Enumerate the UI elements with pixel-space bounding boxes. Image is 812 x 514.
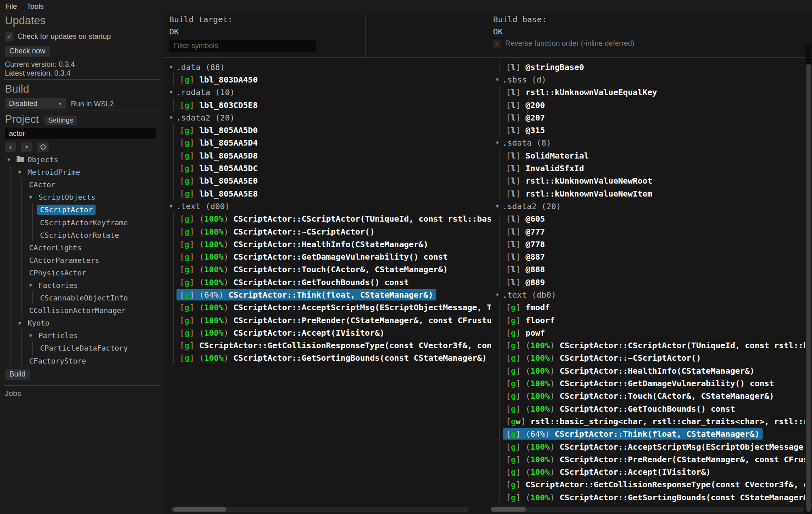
tree-item-CScannableObjectInfo[interactable]: CScannableObjectInfo xyxy=(0,292,164,304)
tree-item-CScriptActorRotate[interactable]: CScriptActorRotate xyxy=(0,229,164,241)
filter-symbols-input[interactable] xyxy=(169,40,316,52)
symbol-row[interactable]: [l] @777 xyxy=(491,225,805,238)
symbol-row[interactable]: [g] (100%) CScriptActor::CScriptActor(TU… xyxy=(164,213,491,225)
symbol-row[interactable]: [g] (100%) CScriptActor::AcceptScriptMsg… xyxy=(164,301,491,314)
symbol-row[interactable]: [g] (100%) CScriptActor::Accept(IVisitor… xyxy=(491,466,805,478)
build-button[interactable]: Build xyxy=(5,369,30,380)
collapse-arrow-icon[interactable]: ▼ xyxy=(18,320,28,326)
symbol-row[interactable]: [g] (100%) CScriptActor::GetSortingBound… xyxy=(491,491,805,503)
vertical-scrollbar[interactable] xyxy=(806,44,811,514)
tree-item-CScriptActor[interactable]: CScriptActor xyxy=(0,203,164,216)
symbol-row[interactable]: [g] lbl_805AA5E8 xyxy=(164,187,491,200)
symbol-row[interactable]: [g] (100%) CScriptActor::Touch(CActor&, … xyxy=(164,263,491,276)
symbol-row[interactable]: [l] @605 xyxy=(491,213,805,225)
symbol-row[interactable]: [l] @200 xyxy=(491,99,805,111)
symbol-row[interactable]: [g] (100%) CScriptActor::GetDamageVulner… xyxy=(164,250,491,263)
updates-checkbox[interactable]: ✓ Check for updates on startup xyxy=(5,32,111,41)
tree-item-Objects[interactable]: ▼Objects xyxy=(0,153,164,166)
symbol-row[interactable]: [l] InvalidSfxId xyxy=(491,162,805,174)
project-settings-button[interactable]: Settings xyxy=(45,116,77,125)
collapse-arrow-icon[interactable]: ▼ xyxy=(7,157,17,163)
section-header-.text[interactable]: ▼.text (d00) xyxy=(164,200,491,212)
symbol-row[interactable]: [l] @888 xyxy=(491,263,805,276)
locate-current-button[interactable] xyxy=(37,142,49,152)
target-hscrollbar-thumb[interactable] xyxy=(173,507,226,512)
symbol-row[interactable]: [g] (64%) CScriptActor::Think(float, CSt… xyxy=(491,428,805,440)
tree-item-Kyoto[interactable]: ▼Kyoto xyxy=(0,317,164,329)
symbol-row[interactable]: [g] (64%) CScriptActor::Think(float, CSt… xyxy=(164,288,491,301)
symbol-row[interactable]: [g] (100%) CScriptActor::GetTouchBounds(… xyxy=(164,276,491,288)
section-header-.sdata[interactable]: ▼.sdata (8) xyxy=(491,137,805,149)
symbol-row[interactable]: [g] (100%) CScriptActor::GetSortingBound… xyxy=(164,352,491,364)
checkbox-checked-icon[interactable]: ✓ xyxy=(493,40,501,48)
section-header-.data[interactable]: ▼.data (88) xyxy=(164,61,491,73)
symbol-row[interactable]: [g] (100%) CScriptActor::PreRender(CStat… xyxy=(491,453,805,465)
symbol-row[interactable]: [g] lbl_805AA5DC xyxy=(164,162,491,174)
symbol-row[interactable]: [l] @778 xyxy=(491,238,805,250)
symbol-row[interactable]: [l] @889 xyxy=(491,276,805,288)
symbol-row[interactable]: [g] powf xyxy=(491,326,805,339)
tree-item-CPhysicsActor[interactable]: CPhysicsActor xyxy=(0,267,164,279)
symbol-row[interactable]: [g] (100%) CScriptActor::HealthInfo(CSta… xyxy=(491,364,805,377)
reverse-order-checkbox[interactable]: ✓ Reverse function order (-inline deferr… xyxy=(493,39,634,48)
tree-item-CActor[interactable]: CActor xyxy=(0,178,164,191)
symbol-row[interactable]: [g] (100%) CScriptActor::~CScriptActor() xyxy=(491,352,805,364)
symbol-row[interactable]: [g] lbl_805AA5D8 xyxy=(164,149,491,162)
symbol-row[interactable]: [g] (100%) CScriptActor::Touch(CActor&, … xyxy=(491,390,805,402)
symbol-row[interactable]: [g] (100%) CScriptActor::CScriptActor(TU… xyxy=(491,339,805,352)
build-mode-dropdown[interactable]: Disabled ▼ xyxy=(5,98,66,109)
tree-item-CActorLights[interactable]: CActorLights xyxy=(0,241,164,254)
tree-item-Factories[interactable]: ▼Factories xyxy=(0,279,164,292)
symbol-row[interactable]: [l] @887 xyxy=(491,250,805,263)
section-header-.sdata2[interactable]: ▼.sdata2 (20) xyxy=(164,111,491,124)
collapse-arrow-icon[interactable]: ▼ xyxy=(29,282,38,288)
symbol-row[interactable]: [g] (100%) CScriptActor::~CScriptActor() xyxy=(164,225,491,238)
object-search-input[interactable] xyxy=(5,128,156,139)
section-header-.sdata2[interactable]: ▼.sdata2 (20) xyxy=(491,200,805,212)
symbol-row[interactable]: [g] (100%) CScriptActor::GetTouchBounds(… xyxy=(491,402,805,415)
tree-item-CCollisionActorManager[interactable]: CCollisionActorManager xyxy=(0,304,164,317)
symbol-row[interactable]: [g] lbl_805AA5D0 xyxy=(164,124,491,136)
symbol-row[interactable]: [l] rstl::kUnknownValueNewRoot xyxy=(491,175,805,187)
section-header-.rodata[interactable]: ▼.rodata (10) xyxy=(164,86,491,99)
symbol-row[interactable]: [l] @207 xyxy=(491,111,805,124)
menu-file[interactable]: File xyxy=(5,2,17,11)
symbol-row[interactable]: [g] floorf xyxy=(491,314,805,326)
tree-item-CFactoryStore[interactable]: CFactoryStore xyxy=(0,355,164,367)
symbol-row[interactable]: [gw] rstl::basic_string<char, rstl::char… xyxy=(491,415,805,427)
vertical-scrollbar-thumb[interactable] xyxy=(806,64,811,512)
menu-tools[interactable]: Tools xyxy=(27,2,44,11)
tree-item-MetroidPrime[interactable]: ▼MetroidPrime xyxy=(0,166,164,178)
collapse-arrow-icon[interactable]: ▼ xyxy=(29,333,38,338)
tree-item-CScriptActorKeyframe[interactable]: CScriptActorKeyframe xyxy=(0,216,164,228)
check-now-button[interactable]: Check now xyxy=(5,46,50,57)
symbol-row[interactable]: [g] lbl_805AA5E0 xyxy=(164,175,491,187)
section-header-.text[interactable]: ▼.text (db0) xyxy=(491,288,805,301)
tree-item-ScriptObjects[interactable]: ▼ScriptObjects xyxy=(0,191,164,203)
next-match-button[interactable]: ▼ xyxy=(21,142,32,152)
symbol-row[interactable]: [g] (100%) CScriptActor::Accept(IVisitor… xyxy=(164,326,491,339)
symbol-row[interactable]: [l] rstl::kUnknownValueEqualKey xyxy=(491,86,805,99)
collapse-arrow-icon[interactable]: ▼ xyxy=(29,195,38,200)
symbol-row[interactable]: [g] (100%) CScriptActor::GetDamageVulner… xyxy=(491,377,805,389)
symbol-row[interactable]: [l] @stringBase0 xyxy=(491,61,805,73)
target-hscrollbar[interactable] xyxy=(171,507,469,512)
symbol-row[interactable]: [g] (100%) CScriptActor::AcceptScriptMsg… xyxy=(491,440,805,453)
symbol-row[interactable]: [l] SolidMaterial xyxy=(491,149,805,162)
tree-item-CActorParameters[interactable]: CActorParameters xyxy=(0,254,164,267)
collapse-arrow-icon[interactable]: ▼ xyxy=(18,169,28,175)
symbol-row[interactable]: [g] CScriptActor::GetCollisionResponseTy… xyxy=(164,339,491,352)
symbol-row[interactable]: [g] (100%) CScriptActor::PreRender(CStat… xyxy=(164,314,491,326)
symbol-row[interactable]: [l] rstl::kUnknownValueNewItem xyxy=(491,187,805,200)
tree-item-CParticleDataFactory[interactable]: CParticleDataFactory xyxy=(0,342,164,354)
symbol-row[interactable]: [l] @315 xyxy=(491,124,805,136)
checkbox-checked-icon[interactable]: ✓ xyxy=(5,32,13,41)
tree-item-Particles[interactable]: ▼Particles xyxy=(0,329,164,342)
prev-match-button[interactable]: ▲ xyxy=(5,142,16,152)
symbol-row[interactable]: [g] lbl_803DA450 xyxy=(164,73,491,86)
symbol-row[interactable]: [g] lbl_803CD5E8 xyxy=(164,99,491,111)
symbol-row[interactable]: [g] lbl_805AA5D4 xyxy=(164,137,491,149)
symbol-row[interactable]: [g] CScriptActor::GetCollisionResponseTy… xyxy=(491,478,805,491)
section-header-.sbss[interactable]: ▼.sbss (d) xyxy=(491,73,805,86)
base-hscrollbar-thumb[interactable] xyxy=(491,507,526,512)
